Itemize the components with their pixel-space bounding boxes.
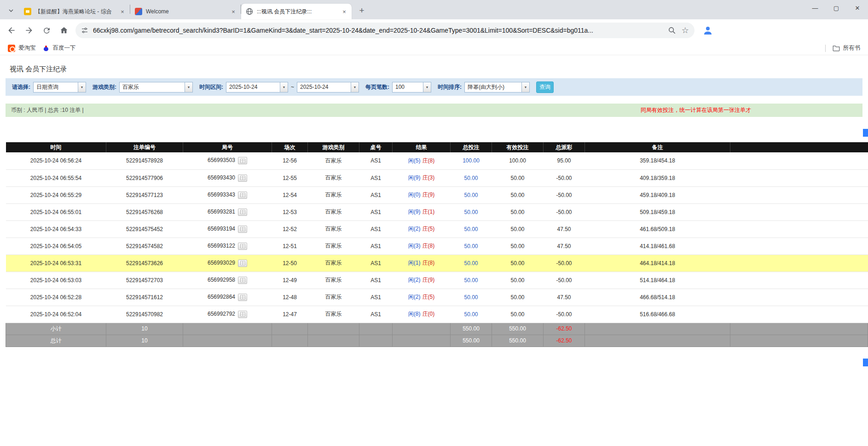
date-end-value: 2025-10-24 (297, 84, 351, 90)
cell-bet-id: 522914571612 (106, 289, 183, 306)
url-text[interactable]: 66cxkj98.com/game/betrecord_search/kind3… (93, 27, 662, 34)
cell-valid-bet: 50.00 (492, 255, 544, 272)
chevron-down-icon (8, 8, 14, 13)
dropdown-arrow-icon[interactable]: ▼ (280, 82, 288, 92)
tab-welcome[interactable]: Welcome × (130, 4, 241, 19)
tab-close-icon[interactable]: × (119, 8, 126, 15)
cell-filler (730, 152, 868, 169)
sort-select[interactable]: 降幂(由大到小) ▼ (464, 82, 530, 93)
cell-note: 409.18/359.18 (585, 169, 730, 186)
dropdown-arrow-icon[interactable]: ▼ (423, 82, 431, 92)
scroll-marker-bottom[interactable] (863, 359, 868, 366)
cell-bet-id: 522914577906 (106, 169, 183, 186)
roadmap-button[interactable] (238, 311, 247, 318)
tab-close-icon[interactable]: × (341, 8, 348, 15)
minimize-button[interactable]: — (804, 0, 826, 16)
cell-session: 12-48 (272, 289, 308, 306)
total-bet-link[interactable]: 50.00 (464, 175, 478, 181)
page-size-select[interactable]: 100 ▼ (392, 82, 431, 93)
total-bet-link[interactable]: 50.00 (464, 277, 478, 284)
cell-game-type: 百家乐 (308, 289, 359, 306)
cell-payout: 95.00 (544, 152, 585, 169)
total-bet-link[interactable]: 50.00 (464, 192, 478, 198)
table-row: 2025-10-24 06:53:03522914572703656992958… (6, 272, 868, 289)
cell-session: 12-55 (272, 169, 308, 186)
roadmap-button[interactable] (238, 243, 247, 250)
cell-result: 闲(0)庄(9) (393, 186, 451, 203)
roadmap-button[interactable] (238, 260, 247, 267)
cell-valid-bet: 50.00 (492, 306, 544, 323)
address-bar[interactable]: 66cxkj98.com/game/betrecord_search/kind3… (75, 23, 694, 38)
page-content: 视讯 会员下注纪录 请选择: 日期查询 ▼ 游戏类别: 百家乐 ▼ 时间区间: … (0, 55, 868, 446)
reload-button[interactable] (39, 23, 54, 38)
roadmap-button[interactable] (238, 191, 247, 199)
roadmap-button[interactable] (238, 226, 247, 233)
cell-bet-id: 522914574582 (106, 237, 183, 255)
col-header-filler (730, 142, 868, 152)
table-row: 2025-10-24 06:53:31522914573626656993029… (6, 255, 868, 272)
date-end-input[interactable]: 2025-10-24 ▼ (297, 82, 359, 93)
game-type-select[interactable]: 百家乐 ▼ (119, 82, 193, 93)
dropdown-arrow-icon[interactable]: ▼ (185, 82, 192, 92)
tab-close-icon[interactable]: × (230, 8, 237, 15)
cell-note: 514.18/464.18 (585, 272, 730, 289)
profile-avatar[interactable] (700, 23, 716, 38)
window-close-button[interactable]: ✕ (847, 0, 868, 16)
tab-forum[interactable]: 【新提醒】海燕策略论坛 - 综合 × (19, 4, 130, 19)
tab-search-button[interactable] (5, 4, 17, 17)
cell-round-id: 656993281 (183, 203, 272, 220)
total-bet-link[interactable]: 50.00 (464, 243, 478, 249)
search-button[interactable]: 查询 (536, 81, 554, 93)
game-type-label: 游戏类别: (93, 83, 116, 91)
dropdown-arrow-icon[interactable]: ▼ (78, 82, 86, 92)
roadmap-button[interactable] (238, 157, 247, 164)
cell-total-bet: 100.00 (451, 152, 492, 169)
bookmark-baidu[interactable]: 百度一下 (39, 43, 79, 53)
col-header-table-no: 桌号 (359, 142, 393, 152)
total-bet-link[interactable]: 50.00 (464, 311, 478, 318)
total-bet-link[interactable]: 50.00 (464, 209, 478, 215)
query-type-value: 日期查询 (34, 83, 78, 91)
col-header-valid-bet: 有效投注 (492, 142, 544, 152)
table-body: 2025-10-24 06:56:24522914578928656993503… (6, 152, 868, 323)
cell-note: 464.18/414.18 (585, 255, 730, 272)
dropdown-arrow-icon[interactable]: ▼ (351, 82, 359, 92)
zoom-icon[interactable] (668, 26, 676, 35)
site-settings-icon[interactable] (81, 27, 88, 34)
date-separator: ~ (291, 84, 294, 90)
cell-round-id: 656993122 (183, 237, 272, 255)
back-button[interactable] (4, 23, 19, 38)
cell-note: 509.18/459.18 (585, 203, 730, 220)
cell-bet-id: 522914572703 (106, 272, 183, 289)
maximize-button[interactable]: ▢ (826, 0, 847, 16)
roadmap-button[interactable] (238, 277, 247, 284)
total-bet-link[interactable]: 50.00 (464, 294, 478, 301)
bookmark-star-icon[interactable]: ☆ (682, 25, 689, 35)
cell-note: 466.68/514.18 (585, 289, 730, 306)
bookmark-taobao[interactable]: 爱淘宝 (5, 43, 39, 53)
cell-total-bet: 50.00 (451, 169, 492, 186)
all-bookmarks-folder[interactable]: 所有书 (829, 43, 864, 53)
roadmap-button[interactable] (238, 209, 247, 216)
home-button[interactable] (56, 23, 72, 38)
total-bet-link[interactable]: 50.00 (464, 226, 478, 232)
roadmap-button[interactable] (238, 174, 247, 182)
dropdown-arrow-icon[interactable]: ▼ (521, 82, 529, 92)
roadmap-button[interactable] (238, 294, 247, 301)
total-bet-link[interactable]: 100.00 (463, 157, 480, 164)
cell-round-id: 656992792 (183, 306, 272, 323)
date-start-input[interactable]: 2025-10-24 ▼ (226, 82, 288, 93)
forward-button[interactable] (21, 23, 37, 38)
cell-game-type: 百家乐 (308, 272, 359, 289)
currency-summary-text: 币别 : 人民币 | 总共 :10 注单 | (11, 106, 84, 114)
bookmark-label: 百度一下 (53, 44, 76, 52)
table-row: 2025-10-24 06:55:01522914576268656993281… (6, 203, 868, 220)
new-tab-button[interactable]: + (355, 4, 368, 17)
tab-bet-records[interactable]: :::视讯 会员下注纪录::: × (241, 4, 352, 19)
query-type-select[interactable]: 日期查询 ▼ (33, 82, 86, 93)
cell-filler (730, 203, 868, 220)
total-bet-link[interactable]: 50.00 (464, 260, 478, 266)
scroll-marker-top[interactable] (863, 129, 868, 137)
total-count: 10 (106, 335, 183, 347)
cell-round-id: 656993029 (183, 255, 272, 272)
